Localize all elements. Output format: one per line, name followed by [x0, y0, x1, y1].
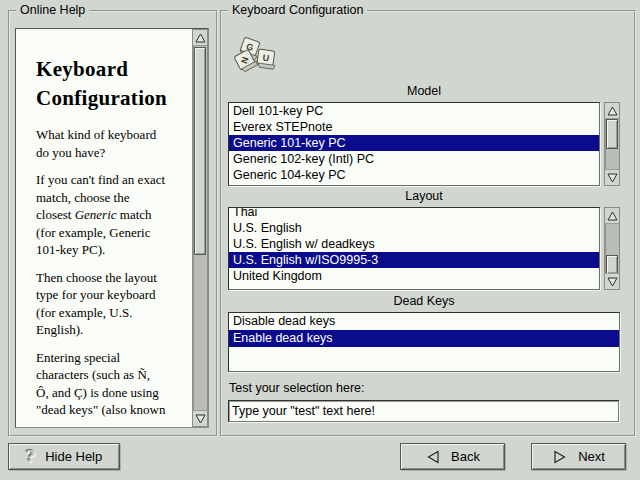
list-item[interactable]: Dell 101-key PC: [229, 103, 599, 119]
model-label: Model: [228, 84, 620, 98]
scroll-down-icon[interactable]: [605, 169, 619, 185]
dead-keys-label: Dead Keys: [228, 294, 620, 308]
model-scrollbar-thumb[interactable]: [606, 119, 618, 149]
layout-scrollbar-thumb[interactable]: [606, 255, 618, 274]
help-paragraph: If you can't find an exact match, choose…: [36, 171, 187, 259]
keyboard-configuration-frame-title: Keyboard Configuration: [228, 3, 367, 18]
list-item[interactable]: United Kingdom: [229, 268, 599, 284]
test-selection-label: Test your selection here:: [229, 381, 365, 395]
help-paragraph: Entering special characters (such as Ñ, …: [36, 349, 187, 419]
list-item[interactable]: Enable dead keys: [229, 330, 619, 347]
list-item[interactable]: Everex STEPnote: [229, 119, 599, 135]
layout-list[interactable]: ThaiU.S. EnglishU.S. English w/ deadkeys…: [228, 207, 600, 290]
list-item[interactable]: Disable dead keys: [229, 313, 619, 330]
keyboard-configuration-frame: Keyboard Configuration G N U: [220, 10, 636, 437]
help-viewport: Keyboard Configuration What kind of keyb…: [15, 28, 209, 428]
back-button-label: Back: [451, 449, 480, 464]
help-heading: Keyboard Configuration: [36, 55, 187, 113]
model-scrollbar[interactable]: [604, 102, 620, 186]
help-text: Keyboard Configuration What kind of keyb…: [16, 29, 191, 427]
model-list[interactable]: Dell 101-key PCEverex STEPnoteGeneric 10…: [228, 102, 600, 186]
online-help-frame: Online Help Keyboard Configuration What …: [8, 10, 218, 437]
back-arrow-icon: [425, 449, 441, 465]
help-question-icon: ?: [26, 449, 35, 465]
back-button[interactable]: Back: [400, 443, 505, 470]
scroll-up-icon[interactable]: [605, 208, 619, 224]
list-item[interactable]: Generic 102-key (Intl) PC: [229, 151, 599, 167]
help-paragraph: What kind of keyboard do you have?: [36, 126, 187, 161]
next-button-label: Next: [578, 449, 605, 464]
help-scrollbar[interactable]: [192, 29, 208, 427]
next-button[interactable]: Next: [531, 443, 626, 470]
test-text-input[interactable]: [228, 400, 619, 422]
help-scrollbar-thumb[interactable]: [194, 47, 206, 255]
layout-scrollbar[interactable]: [604, 207, 620, 290]
list-item[interactable]: Thai: [229, 207, 599, 220]
installer-window: Online Help Keyboard Configuration What …: [0, 0, 640, 480]
hide-help-button-label: Hide Help: [45, 449, 102, 464]
help-paragraph: Then choose the layout type for your key…: [36, 269, 187, 339]
keyboard-keys-icon: G N U: [232, 36, 278, 74]
svg-text:U: U: [262, 53, 270, 64]
scroll-down-icon[interactable]: [193, 410, 207, 426]
next-arrow-icon: [552, 449, 568, 465]
list-item[interactable]: U.S. English w/ISO9995-3: [229, 252, 599, 268]
dead-keys-list[interactable]: Disable dead keysEnable dead keys: [228, 312, 620, 372]
online-help-frame-title: Online Help: [16, 3, 89, 18]
scroll-down-icon[interactable]: [605, 273, 619, 289]
help-paragraphs: What kind of keyboard do you have?If you…: [36, 126, 187, 419]
list-item[interactable]: Generic 104-key PC: [229, 167, 599, 183]
list-item[interactable]: U.S. English: [229, 220, 599, 236]
layout-label: Layout: [228, 189, 620, 203]
list-item[interactable]: U.S. English w/ deadkeys: [229, 236, 599, 252]
scroll-up-icon[interactable]: [193, 30, 207, 46]
hide-help-button[interactable]: ? Hide Help: [8, 443, 120, 470]
scroll-up-icon[interactable]: [605, 103, 619, 119]
list-item[interactable]: Generic 101-key PC: [229, 135, 599, 151]
